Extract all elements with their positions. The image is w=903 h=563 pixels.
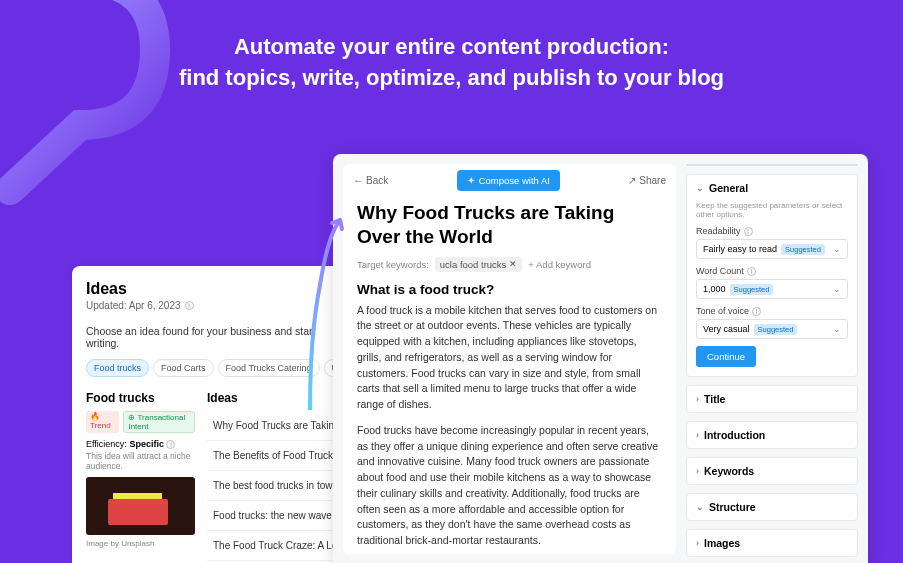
- chevron-down-icon: [696, 502, 704, 512]
- paragraph[interactable]: A food truck is a mobile kitchen that se…: [357, 303, 662, 413]
- ideas-title: Ideas: [86, 280, 338, 298]
- section-introduction[interactable]: Introduction: [687, 422, 857, 448]
- wordcount-label: Word Counti: [696, 266, 848, 276]
- chevron-down-icon: [696, 183, 704, 193]
- section-keywords[interactable]: Keywords: [687, 458, 857, 484]
- ideas-updated: Updated: Apr 6, 2023i: [86, 300, 338, 311]
- keyword-row: Target keywords: ucla food trucks✕ + Add…: [357, 257, 662, 272]
- article-title[interactable]: Why Food Trucks are Taking Over the Worl…: [357, 201, 662, 249]
- chevron-right-icon: [696, 430, 699, 440]
- continue-button[interactable]: Continue: [696, 346, 756, 367]
- bulb-icon: 💡: [698, 165, 709, 166]
- chip-catering[interactable]: Food Trucks Catering: [218, 359, 320, 377]
- share-button[interactable]: ↗Share: [628, 175, 666, 186]
- section-heading[interactable]: What is a food truck?: [357, 282, 662, 297]
- topic-title: Food trucks: [86, 391, 195, 405]
- hero-heading: Automate your entire content production:…: [0, 32, 903, 94]
- readability-select[interactable]: Fairly easy to readSuggested: [696, 239, 848, 259]
- ideas-panel: Ideas Updated: Apr 6, 2023i Choose an id…: [72, 266, 352, 563]
- unsplash-link[interactable]: Unsplash: [121, 539, 154, 548]
- section-title[interactable]: Title: [687, 386, 857, 412]
- back-arrow-icon: ←: [353, 175, 363, 186]
- editor-panel: ←Back ✦Compose with AI ↗Share Why Food T…: [333, 154, 868, 563]
- readability-label: Readabilityi: [696, 226, 848, 236]
- idea-item[interactable]: Why Food Trucks are Taking: [207, 411, 338, 441]
- paragraph[interactable]: Food trucks have become increasingly pop…: [357, 423, 662, 549]
- idea-item[interactable]: Food trucks: the new wave: [207, 501, 338, 531]
- add-keyword-button[interactable]: + Add keyword: [528, 259, 591, 270]
- target-icon: ▣: [783, 165, 792, 166]
- chevron-right-icon: [696, 538, 699, 548]
- tone-select[interactable]: Very casualSuggested: [696, 319, 848, 339]
- compose-ai-button[interactable]: ✦Compose with AI: [457, 170, 560, 191]
- section-images[interactable]: Images: [687, 530, 857, 556]
- general-hint: Keep the suggested parameters or select …: [696, 201, 848, 219]
- share-icon: ↗: [628, 175, 636, 186]
- remove-keyword-icon[interactable]: ✕: [509, 259, 517, 269]
- back-button[interactable]: ←Back: [353, 175, 388, 186]
- chevron-right-icon: [696, 466, 699, 476]
- keyword-tag[interactable]: ucla food trucks✕: [435, 257, 523, 272]
- info-icon[interactable]: i: [747, 267, 756, 276]
- ideas-prompt: Choose an idea found for your business a…: [86, 325, 338, 349]
- section-structure[interactable]: Structure: [687, 494, 857, 520]
- idea-item[interactable]: The Food Truck Craze: A Lo: [207, 531, 338, 561]
- trend-badge: 🔥 Trend: [86, 411, 119, 433]
- efficiency: Efficiency: Specific i: [86, 439, 195, 449]
- section-general[interactable]: General: [687, 175, 857, 201]
- idea-item[interactable]: The best food trucks in tow: [207, 471, 338, 501]
- topic-chips: Food trucks Food Carts Food Trucks Cater…: [86, 359, 338, 377]
- chevron-right-icon: [696, 394, 699, 404]
- chip-food-carts[interactable]: Food Carts: [153, 359, 214, 377]
- info-icon[interactable]: i: [752, 307, 761, 316]
- tab-suggestions[interactable]: 💡Suggestions: [687, 165, 772, 166]
- side-panel: 💡Suggestions ▣Optimization General Keep …: [686, 164, 858, 554]
- wordcount-select[interactable]: 1,000Suggested: [696, 279, 848, 299]
- chevron-down-icon: [833, 324, 841, 334]
- image-credit: Image by Unsplash: [86, 539, 195, 548]
- audience-note: This idea will attract a niche audience.: [86, 451, 195, 471]
- chip-food-trucks[interactable]: Food trucks: [86, 359, 149, 377]
- tab-optimization[interactable]: ▣Optimization: [772, 165, 857, 166]
- info-icon[interactable]: i: [744, 227, 753, 236]
- idea-thumbnail: [86, 477, 195, 535]
- chevron-down-icon: [833, 244, 841, 254]
- sparkle-icon: ✦: [467, 175, 475, 186]
- tone-label: Tone of voicei: [696, 306, 848, 316]
- idea-item[interactable]: The Benefits of Food Truck: [207, 441, 338, 471]
- ideas-list-title: Ideas: [207, 391, 338, 405]
- chevron-down-icon: [833, 284, 841, 294]
- intent-badge: ⊕ Transactional Intent: [123, 411, 195, 433]
